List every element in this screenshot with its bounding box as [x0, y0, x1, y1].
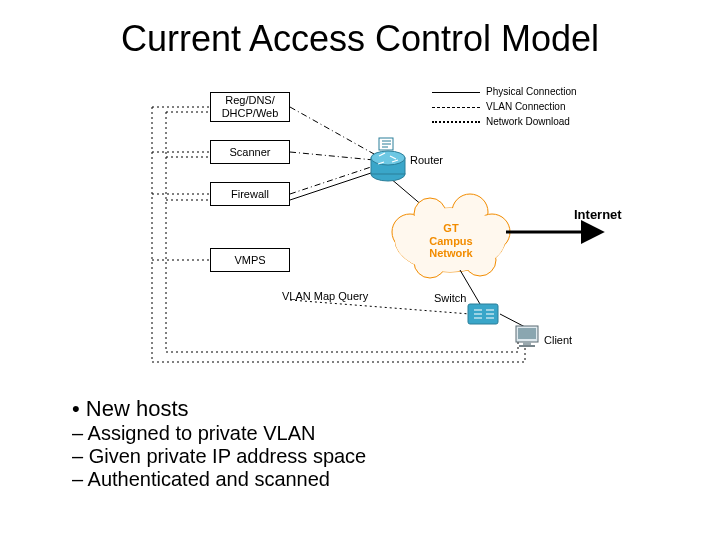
legend-physical: Physical Connection: [432, 84, 577, 99]
node-label: Scanner: [230, 146, 271, 159]
label-switch: Switch: [434, 292, 466, 304]
node-scanner: Scanner: [210, 140, 290, 164]
label-internet: Internet: [574, 208, 622, 222]
bullet-main-text: New hosts: [86, 396, 189, 421]
legend-vlan: VLAN Connection: [432, 99, 577, 114]
bullet-sub-text: Given private IP address space: [89, 445, 367, 467]
slide-title: Current Access Control Model: [0, 18, 720, 60]
legend-text: VLAN Connection: [486, 101, 566, 112]
label-vlan-map-query: VLAN Map Query: [282, 290, 368, 302]
label-client: Client: [544, 334, 572, 346]
svg-line-8: [290, 152, 374, 160]
label-campus-cloud: GT Campus Network: [426, 222, 476, 260]
bullet-main: New hosts Assigned to private VLAN Given…: [72, 396, 366, 491]
node-label: Firewall: [231, 188, 269, 201]
label-router: Router: [410, 154, 443, 166]
svg-line-7: [290, 107, 374, 154]
svg-line-22: [500, 314, 525, 327]
bullet-sub-text: Authenticated and scanned: [88, 468, 330, 490]
node-firewall: Firewall: [210, 182, 290, 206]
bullet-sub-text: Assigned to private VLAN: [88, 422, 316, 444]
client-icon: [516, 326, 538, 347]
bullet-sub: Authenticated and scanned: [72, 468, 366, 491]
bullet-sub: Assigned to private VLAN: [72, 422, 366, 445]
node-reg-dns-dhcp-web: Reg/DNS/ DHCP/Web: [210, 92, 290, 122]
network-diagram: Reg/DNS/ DHCP/Web Scanner Firewall VMPS …: [130, 82, 630, 382]
legend-text: Physical Connection: [486, 86, 577, 97]
legend-text: Network Download: [486, 116, 570, 127]
node-label: Reg/DNS/ DHCP/Web: [222, 94, 279, 119]
svg-rect-33: [518, 328, 536, 339]
bullet-list: New hosts Assigned to private VLAN Given…: [72, 396, 366, 491]
legend-download: Network Download: [432, 114, 577, 129]
svg-line-10: [290, 172, 374, 200]
node-label: VMPS: [234, 254, 265, 267]
svg-point-26: [371, 151, 405, 165]
node-vmps: VMPS: [210, 248, 290, 272]
svg-rect-34: [523, 342, 531, 345]
legend: Physical Connection VLAN Connection Netw…: [432, 84, 577, 129]
router-icon: [371, 138, 405, 181]
bullet-sub: Given private IP address space: [72, 445, 366, 468]
switch-icon: [468, 304, 498, 324]
svg-rect-35: [519, 345, 535, 347]
svg-line-9: [290, 166, 374, 194]
